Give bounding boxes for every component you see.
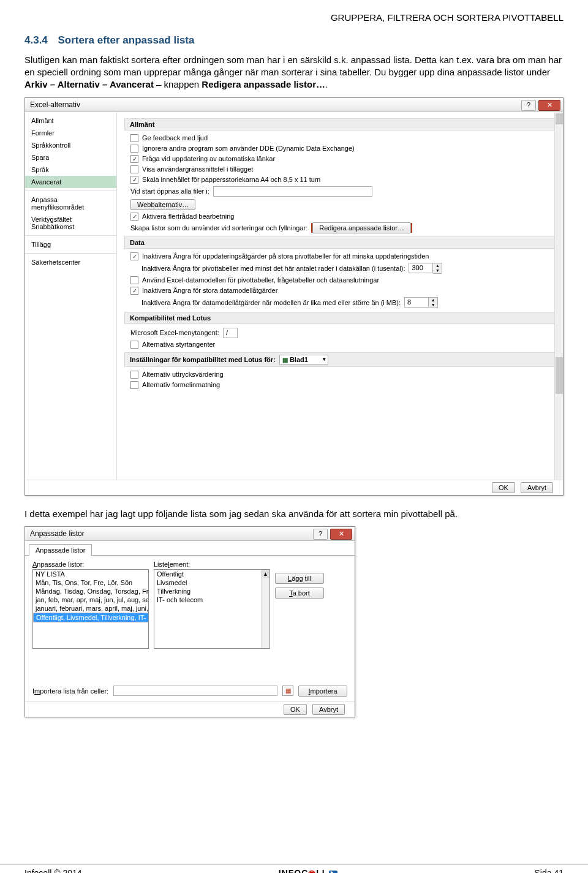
sheet-select[interactable]: ▦ Blad1 bbox=[279, 355, 328, 365]
section-heading: 4.3.4 Sortera efter anpassad lista bbox=[24, 34, 564, 48]
rows-threshold-input[interactable] bbox=[409, 263, 433, 273]
checkbox-label: Ignorera andra program som använder DDE … bbox=[142, 145, 355, 152]
sidebar-item[interactable]: Språk bbox=[25, 164, 116, 176]
left-list-label: AAnpassade listor:npassade listor: bbox=[32, 561, 149, 568]
sidebar-item[interactable]: Språkkontroll bbox=[25, 139, 116, 151]
checkbox[interactable] bbox=[130, 176, 138, 184]
list-item[interactable]: Mån, Tis, Ons, Tor, Fre, Lör, Sön bbox=[33, 578, 148, 587]
scrollbar[interactable] bbox=[554, 112, 563, 480]
import-label: Importera lista från celler: bbox=[32, 687, 108, 695]
scroll-arrow-up[interactable] bbox=[556, 113, 563, 124]
checkbox[interactable] bbox=[130, 371, 138, 379]
list-item[interactable]: NY LISTA bbox=[33, 570, 148, 578]
delete-button[interactable]: Ta bort bbox=[275, 588, 324, 599]
highlighted-frame: Redigera anpassade listor… bbox=[311, 223, 412, 233]
checkbox[interactable] bbox=[130, 145, 138, 153]
tab-strip: Anpassade listor bbox=[25, 541, 355, 556]
custom-lists-listbox[interactable]: NY LISTA Mån, Tis, Ons, Tor, Fre, Lör, S… bbox=[32, 569, 149, 649]
list-item[interactable]: Måndag, Tisdag, Onsdag, Torsdag, Fre bbox=[33, 587, 148, 595]
options-content: Allmänt Ge feedback med ljud Ignorera an… bbox=[117, 112, 563, 480]
ok-button[interactable]: OK bbox=[284, 704, 307, 715]
add-button[interactable]: Lägg till bbox=[275, 573, 324, 584]
start-folder-input[interactable] bbox=[213, 186, 372, 197]
spin-up[interactable]: ▲ bbox=[429, 298, 437, 303]
checkbox-label: Inaktivera Ångra för stora datamodellåtg… bbox=[142, 287, 277, 294]
tab-custom-lists[interactable]: Anpassade listor bbox=[29, 544, 92, 556]
list-item[interactable]: jan, feb, mar, apr, maj, jun, jul, aug, … bbox=[33, 595, 148, 604]
logo-text: INFOC bbox=[279, 868, 309, 873]
list-item: Livsmedel bbox=[154, 578, 270, 587]
sidebar-item[interactable]: Formler bbox=[25, 127, 116, 139]
close-button[interactable]: ✕ bbox=[330, 529, 352, 540]
text: . bbox=[325, 79, 328, 89]
field-label: Inaktivera Ångra för datamodellåtgärder … bbox=[141, 299, 401, 306]
right-list-label: Listelement: bbox=[154, 561, 270, 568]
ok-button[interactable]: OK bbox=[492, 482, 515, 493]
sidebar-item[interactable]: Anpassa menyfliksområdet bbox=[25, 194, 116, 213]
checkbox-label: Använd Excel-datamodellen för pivottabel… bbox=[142, 276, 379, 284]
checkbox[interactable] bbox=[130, 341, 138, 349]
logo-text: LL bbox=[316, 868, 328, 873]
import-button[interactable]: Importera bbox=[298, 686, 347, 697]
section-number: 4.3.4 bbox=[24, 34, 48, 46]
menu-key-input[interactable] bbox=[223, 328, 238, 338]
page-footer: Infocell © 2014 INFOC◉LL Sida 41 bbox=[0, 864, 588, 873]
options-sidebar: Allmänt Formler Språkkontroll Spara Språ… bbox=[25, 112, 117, 480]
web-options-button[interactable]: Webbalternativ… bbox=[130, 199, 195, 210]
list-item-selected[interactable]: Offentligt, Livsmedel, Tillverkning, IT-… bbox=[33, 613, 149, 622]
checkbox[interactable] bbox=[130, 155, 138, 163]
sidebar-item[interactable]: Allmänt bbox=[25, 115, 116, 127]
checkbox-label: Inaktivera Ångra för uppdateringsåtgärde… bbox=[142, 252, 429, 260]
paragraph-2: I detta exempel har jag lagt upp följand… bbox=[24, 508, 564, 520]
sidebar-item[interactable]: Spara bbox=[25, 151, 116, 164]
checkbox[interactable] bbox=[130, 381, 138, 389]
close-button[interactable]: ✕ bbox=[538, 100, 560, 111]
scrollbar[interactable]: ▲ bbox=[261, 570, 270, 648]
checkbox[interactable] bbox=[130, 287, 138, 295]
dialog-footer: OK Avbryt bbox=[25, 480, 563, 495]
import-range-input[interactable] bbox=[113, 686, 277, 696]
dialog-title: Excel-alternativ bbox=[30, 100, 80, 109]
list-item[interactable]: januari, februari, mars, april, maj, jun… bbox=[33, 604, 148, 613]
range-picker-icon[interactable]: ▦ bbox=[282, 686, 293, 696]
spin-down[interactable]: ▼ bbox=[433, 268, 442, 273]
text: Slutligen kan man faktiskt sortera efter… bbox=[24, 55, 562, 77]
list-item: IT- och telecom bbox=[154, 595, 270, 604]
footer-logo: INFOC◉LL bbox=[279, 868, 338, 873]
dialog-titlebar: Excel-alternativ ? ✕ bbox=[25, 98, 563, 112]
footer-right: Sida 41 bbox=[535, 868, 564, 873]
group-header: Allmänt bbox=[124, 118, 556, 130]
dialog-titlebar: Anpassade listor ? ✕ bbox=[25, 527, 355, 541]
help-button[interactable]: ? bbox=[313, 529, 328, 540]
checkbox-label: Alternativa styrtangenter bbox=[142, 341, 215, 348]
logo-o-icon: ◉ bbox=[308, 868, 316, 873]
sidebar-item[interactable]: Tillägg bbox=[25, 238, 116, 251]
group-header: Data bbox=[124, 236, 556, 249]
sidebar-item[interactable]: Verktygsfältet Snabbåtkomst bbox=[25, 213, 116, 233]
sidebar-item[interactable]: Säkerhetscenter bbox=[25, 256, 116, 268]
scroll-thumb[interactable] bbox=[556, 357, 563, 394]
sidebar-item-selected[interactable]: Avancerat bbox=[25, 176, 116, 188]
checkbox[interactable] bbox=[130, 134, 138, 142]
checkbox[interactable] bbox=[130, 252, 138, 260]
section-title: Sortera efter anpassad lista bbox=[58, 34, 194, 46]
checkbox[interactable] bbox=[130, 213, 138, 221]
text: – knappen bbox=[154, 79, 202, 89]
spin-down[interactable]: ▼ bbox=[429, 303, 437, 308]
page-header: GRUPPERA, FILTRERA OCH SORTERA PIVOTTABE… bbox=[24, 12, 564, 23]
scroll-arrow-up[interactable]: ▲ bbox=[262, 570, 270, 578]
mb-threshold-input[interactable] bbox=[404, 297, 429, 308]
cancel-button[interactable]: Avbryt bbox=[521, 482, 553, 493]
edit-custom-lists-button[interactable]: Redigera anpassade listor… bbox=[312, 222, 411, 233]
help-button[interactable]: ? bbox=[521, 100, 536, 111]
checkbox-label: Ge feedback med ljud bbox=[142, 134, 208, 142]
field-label: Inaktivera Ångra för pivottabeller med m… bbox=[141, 265, 405, 272]
dialog-footer: OK Avbryt bbox=[25, 701, 355, 717]
checkbox[interactable] bbox=[130, 165, 138, 173]
spin-up[interactable]: ▲ bbox=[433, 263, 442, 268]
list-elements-textbox[interactable]: Offentligt Livsmedel Tillverkning IT- oc… bbox=[154, 569, 270, 649]
select-value: Blad1 bbox=[290, 356, 308, 363]
checkbox[interactable] bbox=[130, 276, 138, 284]
cancel-button[interactable]: Avbryt bbox=[312, 704, 345, 715]
dialog-title: Anpassade listor bbox=[30, 529, 85, 538]
